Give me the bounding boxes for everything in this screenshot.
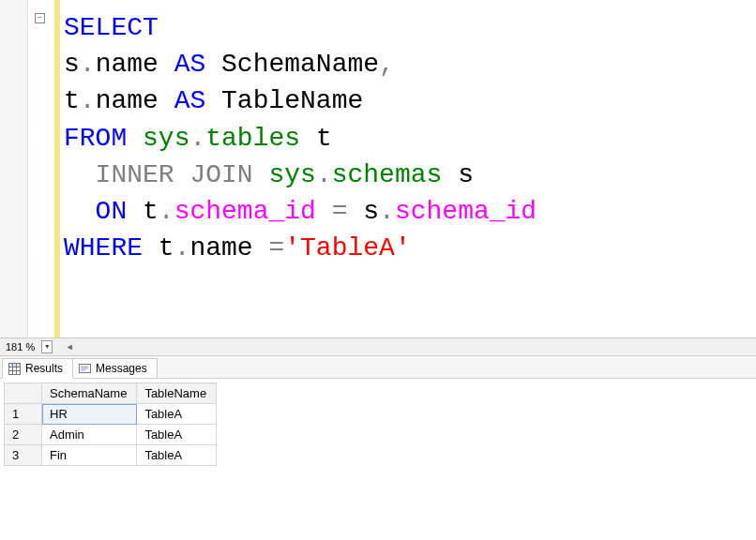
hscroll-track[interactable] — [77, 340, 756, 353]
column-header[interactable]: TableName — [137, 383, 217, 404]
editor-gutter: − — [28, 0, 54, 338]
results-grid[interactable]: SchemaNameTableName1HRTableA2AdminTableA… — [4, 382, 217, 466]
grid-cell[interactable]: TableA — [137, 404, 217, 425]
code-text[interactable]: SELECT s.name AS SchemaName, t.name AS T… — [60, 0, 756, 338]
zoom-dropdown[interactable]: ▼ — [41, 340, 53, 353]
grid-icon — [8, 363, 21, 375]
grid-corner[interactable] — [5, 383, 42, 404]
results-tabs: Results Messages — [0, 356, 756, 379]
tab-messages-label: Messages — [96, 362, 147, 375]
zoom-bar: 181 % ▼ ◄ — [0, 338, 756, 356]
column-header[interactable]: SchemaName — [42, 383, 137, 404]
table-row[interactable]: 3FinTableA — [5, 445, 217, 466]
grid-cell[interactable]: TableA — [137, 445, 217, 466]
table-row[interactable]: 2AdminTableA — [5, 425, 217, 445]
grid-cell[interactable]: HR — [42, 404, 137, 425]
tab-results-label: Results — [25, 362, 63, 375]
zoom-value: 181 % — [2, 341, 38, 352]
grid-cell[interactable]: Fin — [42, 445, 137, 466]
messages-icon — [79, 363, 91, 375]
grid-cell[interactable]: Admin — [42, 425, 137, 445]
sql-editor[interactable]: − SELECT s.name AS SchemaName, t.name AS… — [0, 0, 756, 338]
fold-toggle[interactable]: − — [35, 13, 45, 23]
tab-messages[interactable]: Messages — [72, 358, 158, 378]
svg-rect-5 — [9, 363, 21, 367]
row-number[interactable]: 2 — [5, 425, 42, 445]
row-number[interactable]: 3 — [5, 445, 42, 466]
hscroll-left-arrow[interactable]: ◄ — [62, 340, 77, 353]
grid-cell[interactable]: TableA — [137, 425, 217, 445]
table-row[interactable]: 1HRTableA — [5, 404, 217, 425]
editor-margin — [0, 0, 28, 338]
results-grid-wrap: SchemaNameTableName1HRTableA2AdminTableA… — [0, 379, 756, 470]
row-number[interactable]: 1 — [5, 404, 42, 425]
tab-results[interactable]: Results — [2, 358, 73, 379]
